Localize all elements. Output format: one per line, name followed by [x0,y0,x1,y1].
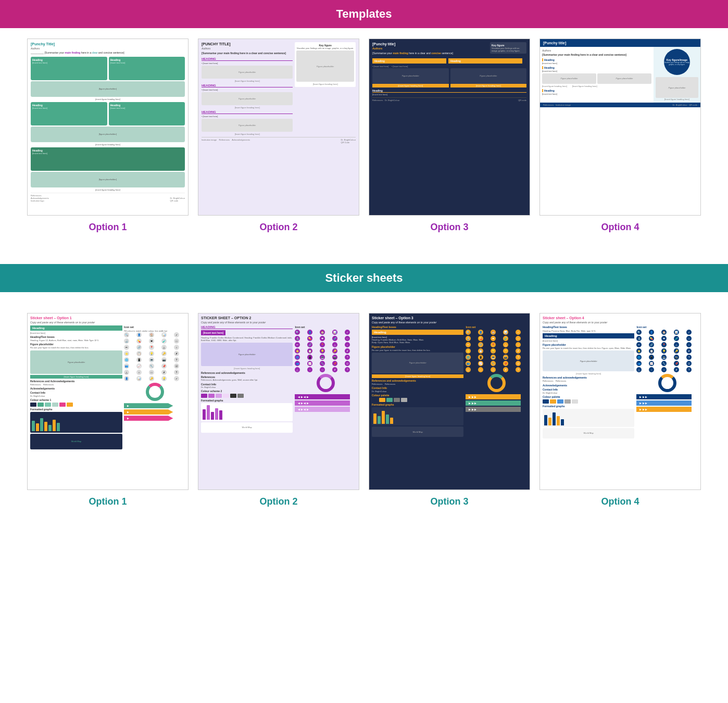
sticker-option-1[interactable]: Sticker sheet – Option 1 Copy and paste … [27,313,189,507]
section-gap [0,254,728,264]
stickers-grid-area: Sticker sheet – Option 1 Copy and paste … [0,303,728,523]
s3-title: Sticker sheet – Option 3 [372,316,527,320]
template-1-label: Option 1 [89,222,127,233]
templates-banner: Templates [0,0,728,28]
s1-title: Sticker sheet – Option 1 [30,316,185,320]
sticker-1-preview: Sticker sheet – Option 1 Copy and paste … [27,313,189,490]
t1-summary: _________ [Summarise your main finding h… [31,51,185,55]
sticker-3-label: Option 3 [431,496,469,507]
t2-authors: Authors [202,47,293,50]
template-4-label: Option 4 [601,222,639,233]
s2-subtitle: Copy and paste any of these elements on … [201,321,356,324]
stickers-section: Sticker sheets Sticker sheet – Option 1 … [0,264,728,523]
template-3-label: Option 3 [431,222,469,233]
t1-title: [Punchy Title] [31,42,185,46]
template-2-preview: [PUNCHY TITLE] Authors [Summarise your m… [198,39,359,216]
template-option-2[interactable]: [PUNCHY TITLE] Authors [Summarise your m… [198,39,359,233]
stickers-banner: Sticker sheets [0,264,728,292]
template-option-1[interactable]: [Punchy Title] Authors _________ [Summar… [27,39,189,233]
template-1-preview: [Punchy Title] Authors _________ [Summar… [27,39,189,216]
stickers-banner-label: Sticker sheets [325,271,403,284]
template-3-preview: [Punchy title] Authors [Summarise your m… [369,39,530,216]
templates-banner-label: Templates [336,7,392,20]
t1-authors: Authors [31,47,185,50]
sticker-option-3[interactable]: Sticker sheet – Option 3 Copy and paste … [369,313,530,507]
t2-summary: [Summarise your main finding here in a c… [202,52,293,55]
template-option-3[interactable]: [Punchy title] Authors [Summarise your m… [369,39,530,233]
s1-subtitle: Copy and paste any of these elements on … [30,321,185,324]
sticker-4-label: Option 4 [601,496,639,507]
templates-section: Templates [Punchy Title] Authors _______… [0,0,728,248]
template-4-preview: [Punchy title] Authors [Summarise your m… [539,39,701,216]
s3-subtitle: Copy and paste any of these elements on … [372,321,527,324]
template-2-label: Option 2 [260,222,298,233]
s2-title: STICKER SHEET – OPTION 2 [201,316,356,320]
t2-title: [PUNCHY TITLE] [202,42,293,46]
sticker-option-2[interactable]: STICKER SHEET – OPTION 2 Copy and paste … [198,313,359,507]
template-option-4[interactable]: [Punchy title] Authors [Summarise your m… [539,39,701,233]
stickers-options-grid: Sticker sheet – Option 1 Copy and paste … [16,313,712,507]
sticker-2-label: Option 2 [260,496,298,507]
sticker-2-preview: STICKER SHEET – OPTION 2 Copy and paste … [198,313,359,490]
s4-title: Sticker sheet – Option 4 [543,316,698,320]
sticker-option-4[interactable]: Sticker sheet – Option 4 Copy and paste … [539,313,701,507]
sticker-4-preview: Sticker sheet – Option 4 Copy and paste … [539,313,701,490]
s4-subtitle: Copy and paste any of these elements on … [543,321,698,324]
templates-grid-area: [Punchy Title] Authors _________ [Summar… [0,28,728,248]
sticker-3-preview: Sticker sheet – Option 3 Copy and paste … [369,313,530,490]
templates-options-grid: [Punchy Title] Authors _________ [Summar… [16,39,712,233]
sticker-1-label: Option 1 [89,496,127,507]
